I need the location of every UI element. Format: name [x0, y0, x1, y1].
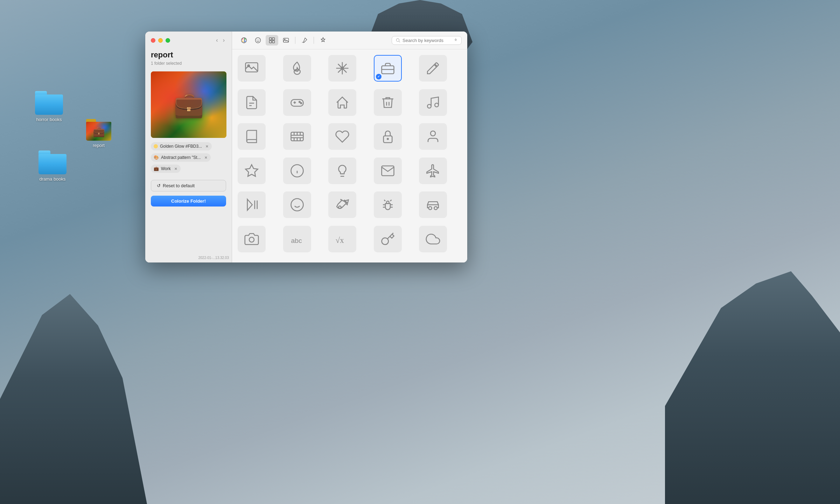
icon-book[interactable] — [238, 123, 266, 150]
icon-music-note[interactable] — [419, 89, 447, 116]
info-svg — [290, 163, 304, 178]
svg-point-13 — [284, 39, 285, 40]
tag-abstract-pattern-remove[interactable]: ✕ — [204, 156, 207, 160]
report-folder-icon: 💼 — [86, 119, 111, 141]
icon-fire[interactable] — [283, 55, 311, 82]
key-svg — [380, 232, 395, 246]
icon-star[interactable] — [238, 158, 266, 184]
svg-point-43 — [387, 138, 388, 140]
tag-abstract-pattern-label: Abstract pattern "St... — [161, 155, 201, 160]
tag-color-dot — [154, 144, 158, 148]
icon-lock[interactable] — [374, 123, 402, 150]
tag-golden-glow-remove[interactable]: ✕ — [205, 145, 208, 148]
back-button[interactable]: ‹ — [215, 36, 219, 44]
svg-point-5 — [255, 38, 261, 43]
svg-point-29 — [299, 101, 300, 103]
svg-point-55 — [339, 206, 341, 209]
forward-button[interactable]: › — [222, 36, 226, 44]
color-tab-button[interactable] — [238, 35, 250, 46]
colorize-label: Colorize Folder! — [171, 198, 206, 204]
eyedropper-button[interactable] — [298, 35, 311, 46]
tag-work-remove[interactable]: ✕ — [174, 167, 177, 171]
folder-preview-icon: 💼 — [174, 90, 204, 119]
icon-key[interactable] — [374, 226, 402, 252]
folder-preview: 💼 — [151, 71, 226, 138]
briefcase-svg — [380, 61, 395, 76]
maximize-button[interactable] — [166, 38, 170, 43]
svg-rect-9 — [272, 38, 275, 40]
bug-svg — [380, 197, 395, 212]
icon-car[interactable] — [419, 191, 447, 218]
icon-abc[interactable]: abc — [283, 226, 311, 252]
desktop-folder-report[interactable]: 💼 report — [86, 119, 111, 148]
icon-person[interactable] — [419, 123, 447, 150]
icon-bug[interactable] — [374, 191, 402, 218]
snowflake-svg — [335, 61, 350, 76]
svg-marker-49 — [247, 199, 252, 210]
icon-info[interactable] — [283, 158, 311, 184]
icon-briefcase[interactable] — [374, 55, 402, 82]
abc-svg: abc — [290, 232, 304, 246]
sqrt-svg: √x — [335, 232, 350, 246]
folder-title: report — [145, 48, 232, 61]
icon-lightbulb[interactable] — [328, 158, 356, 184]
svg-marker-45 — [246, 164, 258, 176]
icon-document[interactable] — [238, 89, 266, 116]
emoji-tab-button[interactable] — [252, 35, 264, 46]
image-tab-button[interactable] — [280, 35, 292, 46]
icon-camera[interactable] — [238, 226, 266, 252]
tag-work-icon: 💼 — [154, 166, 159, 171]
separator-2 — [314, 37, 314, 44]
magic-button[interactable] — [317, 35, 329, 46]
folder-icon-horror-books — [35, 91, 63, 115]
icon-cloud[interactable] — [419, 226, 447, 252]
tag-work[interactable]: 💼 Work ✕ — [151, 164, 181, 173]
colorize-button[interactable]: Colorize Folder! — [151, 196, 226, 206]
close-button[interactable] — [151, 38, 155, 43]
icon-landscape[interactable] — [238, 55, 266, 82]
selected-checkmark — [376, 74, 382, 79]
icon-trash[interactable] — [374, 89, 402, 116]
tag-golden-glow[interactable]: Golden Glow #FBD3... ✕ — [151, 142, 212, 150]
icon-guitar[interactable] — [328, 191, 356, 218]
svg-point-65 — [434, 206, 438, 210]
app-window: ‹ › report 1 folder selected 💼 Golden Gl… — [145, 31, 467, 262]
icons-grid: abc √x — [232, 49, 467, 262]
icon-snowflake[interactable] — [328, 55, 356, 82]
svg-point-66 — [249, 237, 254, 242]
icon-tab-button[interactable] — [266, 35, 278, 46]
reset-button[interactable]: ↺ Reset to default — [151, 180, 226, 191]
desktop-folder-drama-books[interactable]: drama books — [38, 150, 66, 182]
svg-point-14 — [396, 38, 399, 41]
folder-icon-drama-books — [38, 150, 66, 174]
folder-label-drama-books: drama books — [39, 176, 65, 182]
svg-rect-11 — [272, 41, 275, 43]
cloud-svg — [426, 232, 440, 246]
icon-pencil[interactable] — [419, 55, 447, 82]
icon-airplane[interactable] — [419, 158, 447, 184]
document-svg — [244, 95, 259, 110]
tag-abstract-pattern[interactable]: 🎨 Abstract pattern "St... ✕ — [151, 153, 211, 162]
icon-home[interactable] — [328, 89, 356, 116]
icon-film[interactable] — [283, 123, 311, 150]
tag-golden-glow-label: Golden Glow #FBD3... — [160, 144, 202, 149]
icon-heart[interactable] — [328, 123, 356, 150]
svg-point-64 — [429, 206, 432, 210]
svg-point-4 — [242, 41, 243, 42]
trash-svg — [380, 95, 395, 110]
svg-line-62 — [384, 200, 385, 201]
minimize-button[interactable] — [158, 38, 163, 43]
icon-envelope[interactable] — [374, 158, 402, 184]
icon-gamepad[interactable] — [283, 89, 311, 116]
folder-label-horror-books: horror books — [36, 117, 62, 122]
icon-play-pause[interactable] — [238, 191, 266, 218]
icon-smiley[interactable] — [283, 191, 311, 218]
heart-svg — [335, 129, 350, 144]
svg-point-52 — [291, 199, 303, 211]
desktop-folder-horror-books[interactable]: horror books — [35, 91, 63, 122]
icon-sqrt[interactable]: √x — [328, 226, 356, 252]
car-svg — [426, 197, 440, 212]
guitar-svg — [335, 197, 350, 212]
smiley-svg — [290, 197, 304, 212]
search-input[interactable] — [402, 38, 451, 43]
